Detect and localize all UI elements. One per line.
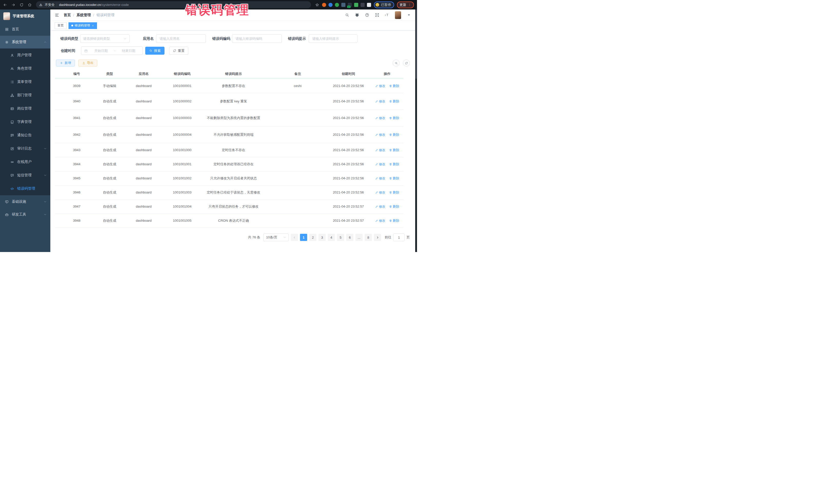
forward-icon[interactable] [11, 3, 15, 7]
close-icon[interactable] [92, 24, 94, 27]
caret-down-icon[interactable] [407, 13, 411, 17]
extension-icon[interactable] [328, 3, 333, 7]
sidebar-item[interactable]: 岗位管理 [0, 102, 50, 115]
sidebar-item[interactable]: 短信管理 [0, 169, 50, 182]
delete-link[interactable]: 删除 [389, 204, 399, 209]
trash-icon [389, 191, 392, 194]
page-button[interactable]: 2 [309, 234, 316, 241]
hamburger-icon[interactable] [54, 13, 59, 18]
sidebar-item[interactable]: 用户管理 [0, 48, 50, 62]
breadcrumb-system[interactable]: 系统管理 [76, 13, 91, 18]
delete-link[interactable]: 删除 [389, 218, 399, 223]
profile-paused-chip[interactable]: 已暂停 [374, 2, 394, 8]
extension-icon[interactable]: on [348, 3, 352, 7]
page-button[interactable]: 1 [300, 234, 307, 241]
date-range-picker[interactable]: 开始日期 - 结束日期 [81, 46, 143, 55]
cell-type: 自动生成 [98, 203, 120, 210]
star-icon[interactable] [315, 3, 319, 7]
sidebar-item-system[interactable]: 系统管理 [0, 36, 50, 48]
font-size-icon[interactable]: tT [385, 13, 389, 17]
question-icon[interactable] [365, 13, 369, 17]
user-avatar[interactable] [395, 11, 401, 19]
app-name-input[interactable] [159, 37, 203, 41]
delete-link[interactable]: 删除 [389, 84, 399, 89]
extension-icon[interactable] [367, 3, 371, 7]
edit-link[interactable]: 修改 [375, 99, 386, 104]
tags-view: 首页 错误码管理 [50, 21, 415, 30]
reset-button[interactable]: 重置 [169, 47, 188, 54]
sidebar-item[interactable]: 在线用户 [0, 155, 50, 169]
delete-link[interactable]: 删除 [389, 162, 399, 167]
page-button[interactable]: 8 [365, 234, 372, 241]
cell-ops: 修改 删除 [371, 176, 403, 181]
search-icon[interactable] [345, 13, 349, 17]
scrollbar-thumb[interactable] [415, 9, 417, 79]
sidebar-item[interactable]: 错误码管理 [0, 182, 50, 195]
edit-link[interactable]: 修改 [375, 204, 386, 209]
refresh-table-button[interactable] [403, 60, 410, 66]
cell-code: 1001001001 [167, 161, 198, 167]
page-button[interactable]: 6 [346, 234, 353, 241]
sidebar-item-home[interactable]: 首页 [0, 23, 50, 36]
table-row: 3944 自动生成 dashboard 1001001001 定时任务的处理器已… [55, 157, 403, 171]
edit-link[interactable]: 修改 [375, 116, 386, 120]
page-size-select[interactable]: 10条/页 [263, 234, 289, 241]
breadcrumb-home[interactable]: 首页 [64, 13, 71, 18]
delete-link[interactable]: 删除 [389, 99, 399, 104]
next-page-button[interactable] [374, 234, 381, 241]
back-icon[interactable] [3, 3, 7, 7]
toggle-search-button[interactable] [393, 60, 399, 66]
sidebar-item[interactable]: 部门管理 [0, 89, 50, 102]
export-button[interactable]: 导出 [78, 60, 97, 66]
page-button[interactable]: 5 [337, 234, 344, 241]
update-label: 更新 [399, 3, 406, 7]
home-icon[interactable] [28, 3, 32, 7]
extension-icon[interactable] [354, 3, 358, 7]
extension-icon[interactable] [335, 3, 339, 7]
edit-link[interactable]: 修改 [375, 162, 386, 167]
edit-link[interactable]: 修改 [375, 132, 386, 137]
delete-link[interactable]: 删除 [389, 176, 399, 181]
search-button[interactable]: 搜索 [145, 47, 164, 54]
browser-scrollbar[interactable] [415, 9, 417, 252]
error-type-select[interactable]: 请选择错误码类型 [80, 35, 130, 43]
extension-icon[interactable] [322, 3, 326, 7]
error-code-input[interactable] [235, 37, 279, 41]
sidebar-item[interactable]: 通知公告 [0, 129, 50, 142]
extension-icon[interactable] [360, 3, 365, 7]
sidebar-item-devtools[interactable]: 研发工具 [0, 208, 50, 221]
prev-page-button[interactable] [291, 234, 298, 241]
tab-home[interactable]: 首页 [54, 22, 66, 29]
browser-update-chip[interactable]: 更新 [397, 2, 414, 8]
edit-link[interactable]: 修改 [375, 190, 386, 195]
app-logo[interactable]: 芋道管理系统 [0, 9, 50, 23]
page-button[interactable]: 4 [328, 234, 335, 241]
page-button[interactable]: ... [355, 234, 363, 241]
page-button[interactable]: 3 [319, 234, 326, 241]
edit-link[interactable]: 修改 [375, 218, 386, 223]
add-button[interactable]: 新增 [56, 60, 75, 66]
goto-page-input[interactable] [393, 234, 405, 241]
address-bar[interactable]: 不安全 dashboard.yudao.iocoder.cn/system/er… [36, 1, 311, 8]
edit-link[interactable]: 修改 [375, 148, 386, 153]
fullscreen-icon[interactable] [375, 13, 379, 17]
delete-link[interactable]: 删除 [389, 116, 399, 120]
error-msg-input[interactable] [312, 37, 354, 41]
sidebar-item[interactable]: 角色管理 [0, 62, 50, 75]
sidebar-item[interactable]: 审计日志 [0, 142, 50, 155]
cell-code: 1001001004 [167, 203, 198, 210]
delete-link[interactable]: 删除 [389, 190, 399, 195]
cell-app: dashboard [120, 161, 167, 167]
delete-link[interactable]: 删除 [389, 148, 399, 153]
sidebar-item[interactable]: 字典管理 [0, 115, 50, 129]
sidebar-item-infra[interactable]: 基础设施 [0, 195, 50, 208]
kebab-menu-icon[interactable] [408, 3, 411, 6]
tab-error-code[interactable]: 错误码管理 [68, 22, 97, 29]
edit-link[interactable]: 修改 [375, 84, 386, 89]
sidebar-item[interactable]: 菜单管理 [0, 75, 50, 89]
delete-link[interactable]: 删除 [389, 132, 399, 137]
extension-icon[interactable] [341, 3, 345, 7]
edit-link[interactable]: 修改 [375, 176, 386, 181]
github-icon[interactable] [355, 13, 359, 17]
reload-icon[interactable] [20, 3, 24, 7]
